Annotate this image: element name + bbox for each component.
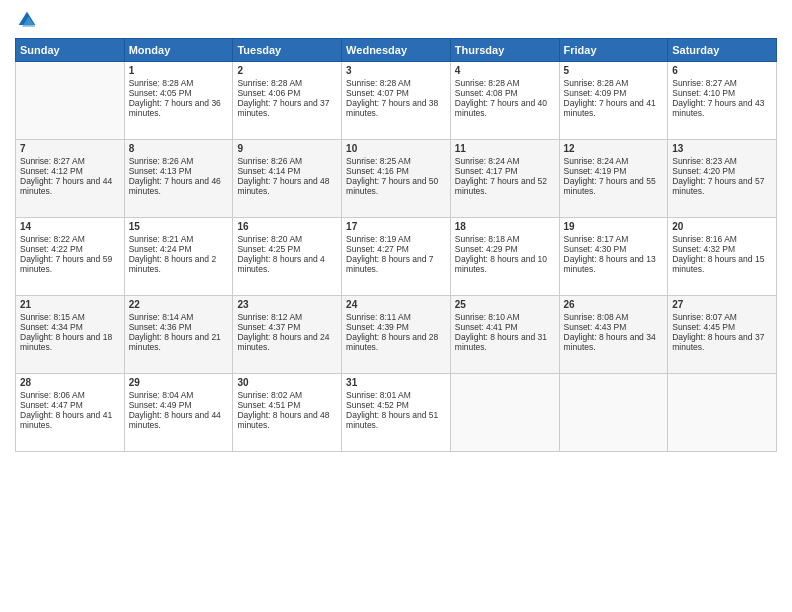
day-cell: 9Sunrise: 8:26 AMSunset: 4:14 PMDaylight… xyxy=(233,140,342,218)
daylight-text: Daylight: 8 hours and 37 minutes. xyxy=(672,332,772,352)
daylight-text: Daylight: 8 hours and 48 minutes. xyxy=(237,410,337,430)
day-cell: 1Sunrise: 8:28 AMSunset: 4:05 PMDaylight… xyxy=(124,62,233,140)
daylight-text: Daylight: 7 hours and 37 minutes. xyxy=(237,98,337,118)
day-cell: 28Sunrise: 8:06 AMSunset: 4:47 PMDayligh… xyxy=(16,374,125,452)
col-header-saturday: Saturday xyxy=(668,39,777,62)
sunset-text: Sunset: 4:27 PM xyxy=(346,244,446,254)
day-number: 4 xyxy=(455,65,555,76)
day-number: 22 xyxy=(129,299,229,310)
sunrise-text: Sunrise: 8:15 AM xyxy=(20,312,120,322)
day-cell: 20Sunrise: 8:16 AMSunset: 4:32 PMDayligh… xyxy=(668,218,777,296)
calendar-page: SundayMondayTuesdayWednesdayThursdayFrid… xyxy=(0,0,792,612)
day-cell: 18Sunrise: 8:18 AMSunset: 4:29 PMDayligh… xyxy=(450,218,559,296)
day-number: 3 xyxy=(346,65,446,76)
daylight-text: Daylight: 8 hours and 28 minutes. xyxy=(346,332,446,352)
daylight-text: Daylight: 7 hours and 52 minutes. xyxy=(455,176,555,196)
day-number: 23 xyxy=(237,299,337,310)
day-cell: 3Sunrise: 8:28 AMSunset: 4:07 PMDaylight… xyxy=(342,62,451,140)
day-number: 31 xyxy=(346,377,446,388)
sunrise-text: Sunrise: 8:21 AM xyxy=(129,234,229,244)
day-cell: 14Sunrise: 8:22 AMSunset: 4:22 PMDayligh… xyxy=(16,218,125,296)
daylight-text: Daylight: 8 hours and 4 minutes. xyxy=(237,254,337,274)
week-row-3: 14Sunrise: 8:22 AMSunset: 4:22 PMDayligh… xyxy=(16,218,777,296)
col-header-monday: Monday xyxy=(124,39,233,62)
week-row-4: 21Sunrise: 8:15 AMSunset: 4:34 PMDayligh… xyxy=(16,296,777,374)
daylight-text: Daylight: 7 hours and 57 minutes. xyxy=(672,176,772,196)
sunset-text: Sunset: 4:45 PM xyxy=(672,322,772,332)
header-row: SundayMondayTuesdayWednesdayThursdayFrid… xyxy=(16,39,777,62)
col-header-wednesday: Wednesday xyxy=(342,39,451,62)
day-number: 8 xyxy=(129,143,229,154)
col-header-friday: Friday xyxy=(559,39,668,62)
calendar-table: SundayMondayTuesdayWednesdayThursdayFrid… xyxy=(15,38,777,452)
sunset-text: Sunset: 4:30 PM xyxy=(564,244,664,254)
sunset-text: Sunset: 4:19 PM xyxy=(564,166,664,176)
daylight-text: Daylight: 7 hours and 48 minutes. xyxy=(237,176,337,196)
daylight-text: Daylight: 7 hours and 36 minutes. xyxy=(129,98,229,118)
day-number: 10 xyxy=(346,143,446,154)
day-cell: 29Sunrise: 8:04 AMSunset: 4:49 PMDayligh… xyxy=(124,374,233,452)
sunset-text: Sunset: 4:07 PM xyxy=(346,88,446,98)
sunrise-text: Sunrise: 8:10 AM xyxy=(455,312,555,322)
daylight-text: Daylight: 8 hours and 41 minutes. xyxy=(20,410,120,430)
day-cell xyxy=(16,62,125,140)
header xyxy=(15,10,777,30)
sunrise-text: Sunrise: 8:22 AM xyxy=(20,234,120,244)
daylight-text: Daylight: 7 hours and 50 minutes. xyxy=(346,176,446,196)
sunset-text: Sunset: 4:12 PM xyxy=(20,166,120,176)
day-number: 30 xyxy=(237,377,337,388)
sunset-text: Sunset: 4:14 PM xyxy=(237,166,337,176)
daylight-text: Daylight: 7 hours and 55 minutes. xyxy=(564,176,664,196)
sunset-text: Sunset: 4:06 PM xyxy=(237,88,337,98)
sunrise-text: Sunrise: 8:28 AM xyxy=(346,78,446,88)
day-cell: 10Sunrise: 8:25 AMSunset: 4:16 PMDayligh… xyxy=(342,140,451,218)
day-number: 16 xyxy=(237,221,337,232)
sunrise-text: Sunrise: 8:24 AM xyxy=(455,156,555,166)
day-number: 14 xyxy=(20,221,120,232)
sunrise-text: Sunrise: 8:07 AM xyxy=(672,312,772,322)
sunset-text: Sunset: 4:16 PM xyxy=(346,166,446,176)
sunrise-text: Sunrise: 8:18 AM xyxy=(455,234,555,244)
day-number: 2 xyxy=(237,65,337,76)
day-number: 11 xyxy=(455,143,555,154)
day-number: 29 xyxy=(129,377,229,388)
daylight-text: Daylight: 7 hours and 38 minutes. xyxy=(346,98,446,118)
logo-icon xyxy=(17,10,37,30)
daylight-text: Daylight: 8 hours and 44 minutes. xyxy=(129,410,229,430)
day-number: 25 xyxy=(455,299,555,310)
sunrise-text: Sunrise: 8:06 AM xyxy=(20,390,120,400)
sunset-text: Sunset: 4:51 PM xyxy=(237,400,337,410)
sunset-text: Sunset: 4:13 PM xyxy=(129,166,229,176)
day-cell: 12Sunrise: 8:24 AMSunset: 4:19 PMDayligh… xyxy=(559,140,668,218)
day-cell: 19Sunrise: 8:17 AMSunset: 4:30 PMDayligh… xyxy=(559,218,668,296)
day-cell: 17Sunrise: 8:19 AMSunset: 4:27 PMDayligh… xyxy=(342,218,451,296)
sunset-text: Sunset: 4:52 PM xyxy=(346,400,446,410)
day-number: 7 xyxy=(20,143,120,154)
sunset-text: Sunset: 4:47 PM xyxy=(20,400,120,410)
sunset-text: Sunset: 4:22 PM xyxy=(20,244,120,254)
sunset-text: Sunset: 4:10 PM xyxy=(672,88,772,98)
sunrise-text: Sunrise: 8:12 AM xyxy=(237,312,337,322)
daylight-text: Daylight: 8 hours and 13 minutes. xyxy=(564,254,664,274)
daylight-text: Daylight: 8 hours and 31 minutes. xyxy=(455,332,555,352)
col-header-tuesday: Tuesday xyxy=(233,39,342,62)
day-number: 18 xyxy=(455,221,555,232)
day-cell: 25Sunrise: 8:10 AMSunset: 4:41 PMDayligh… xyxy=(450,296,559,374)
sunset-text: Sunset: 4:29 PM xyxy=(455,244,555,254)
day-cell: 5Sunrise: 8:28 AMSunset: 4:09 PMDaylight… xyxy=(559,62,668,140)
day-cell: 31Sunrise: 8:01 AMSunset: 4:52 PMDayligh… xyxy=(342,374,451,452)
daylight-text: Daylight: 7 hours and 43 minutes. xyxy=(672,98,772,118)
day-cell: 30Sunrise: 8:02 AMSunset: 4:51 PMDayligh… xyxy=(233,374,342,452)
sunrise-text: Sunrise: 8:28 AM xyxy=(237,78,337,88)
sunrise-text: Sunrise: 8:20 AM xyxy=(237,234,337,244)
sunset-text: Sunset: 4:34 PM xyxy=(20,322,120,332)
daylight-text: Daylight: 7 hours and 40 minutes. xyxy=(455,98,555,118)
daylight-text: Daylight: 8 hours and 21 minutes. xyxy=(129,332,229,352)
day-cell: 27Sunrise: 8:07 AMSunset: 4:45 PMDayligh… xyxy=(668,296,777,374)
sunset-text: Sunset: 4:25 PM xyxy=(237,244,337,254)
day-number: 15 xyxy=(129,221,229,232)
sunset-text: Sunset: 4:08 PM xyxy=(455,88,555,98)
sunset-text: Sunset: 4:43 PM xyxy=(564,322,664,332)
logo xyxy=(15,10,37,30)
day-cell xyxy=(559,374,668,452)
